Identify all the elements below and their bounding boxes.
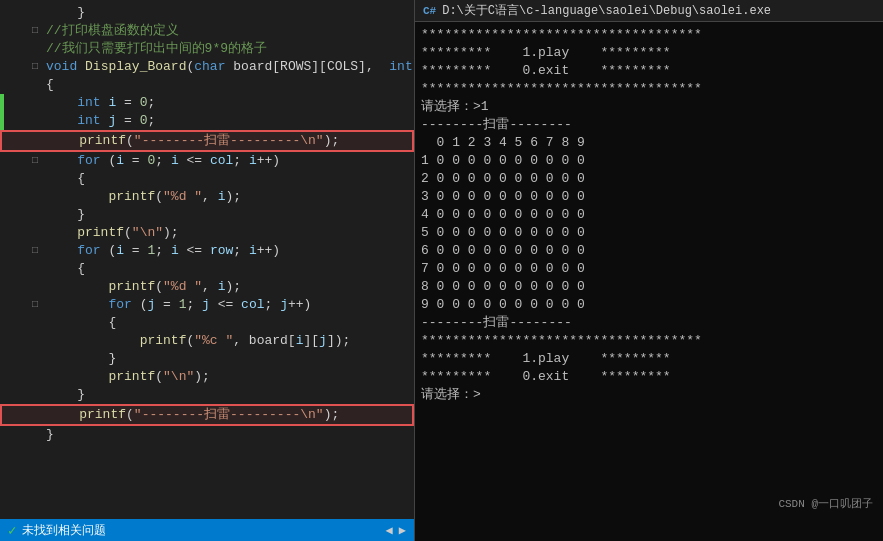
code-line: □ for (i = 1; i <= row; i++) [0, 242, 414, 260]
code-line: int i = 0; [0, 94, 414, 112]
code-line: printf("\n"); [0, 368, 414, 386]
code-line: int j = 0; [0, 112, 414, 130]
scroll-right-icon[interactable]: ▶ [399, 523, 406, 538]
scroll-left-icon[interactable]: ◀ [386, 523, 393, 538]
fold-indicator: □ [28, 242, 42, 260]
line-content: { [42, 170, 414, 188]
code-line: } [0, 426, 414, 444]
line-content: } [42, 350, 414, 368]
line-content: { [42, 260, 414, 278]
console-line: 5 0 0 0 0 0 0 0 0 0 0 [421, 224, 877, 242]
line-content: printf("\n"); [42, 224, 414, 242]
code-line: □ for (i = 0; i <= col; i++) [0, 152, 414, 170]
code-line: { [0, 170, 414, 188]
console-line: --------扫雷-------- [421, 314, 877, 332]
console-line: ************************************ [421, 26, 877, 44]
console-line: 0 1 2 3 4 5 6 7 8 9 [421, 134, 877, 152]
console-line: 1 0 0 0 0 0 0 0 0 0 0 [421, 152, 877, 170]
console-title: D:\关于C语言\c-language\saolei\Debug\saolei.… [442, 2, 771, 19]
console-prompt-2: 请选择：> [421, 386, 877, 404]
line-content: //打印棋盘函数的定义 [42, 22, 414, 40]
console-line: 8 0 0 0 0 0 0 0 0 0 0 [421, 278, 877, 296]
code-line: □ void Display_Board(char board[ROWS][CO… [0, 58, 414, 76]
status-text: 未找到相关问题 [22, 522, 106, 539]
code-line: } [0, 386, 414, 404]
line-content: } [42, 206, 414, 224]
console-line: 2 0 0 0 0 0 0 0 0 0 0 [421, 170, 877, 188]
code-content: } □ //打印棋盘函数的定义 //我们只需要打印出中间的9*9的格子 □ vo… [0, 0, 414, 519]
main-area: } □ //打印棋盘函数的定义 //我们只需要打印出中间的9*9的格子 □ vo… [0, 0, 883, 541]
code-line: } [0, 206, 414, 224]
line-content: int i = 0; [42, 94, 414, 112]
line-content: printf("--------扫雷---------\n"); [44, 406, 412, 424]
console-prompt-1: 请选择：>1 [421, 98, 877, 116]
console-line: 4 0 0 0 0 0 0 0 0 0 0 [421, 206, 877, 224]
line-content: } [42, 426, 414, 444]
line-content: printf("%c ", board[i][j]); [42, 332, 414, 350]
code-line: printf("%d ", i); [0, 188, 414, 206]
green-bar [0, 112, 4, 130]
code-line: { [0, 76, 414, 94]
fold-indicator: □ [28, 22, 42, 40]
code-line: } [0, 4, 414, 22]
console-line: ************************************ [421, 332, 877, 350]
code-line: printf("\n"); [0, 224, 414, 242]
console-line: ********* 0.exit ********* [421, 62, 877, 80]
line-content: for (i = 0; i <= col; i++) [42, 152, 414, 170]
highlighted-printf-bottom: printf("--------扫雷---------\n"); [0, 404, 414, 426]
fold-indicator: □ [28, 296, 42, 314]
watermark: CSDN @一口叽团子 [778, 495, 873, 513]
status-check-icon: ✓ [8, 522, 16, 539]
highlighted-printf-top: printf("--------扫雷---------\n"); [0, 130, 414, 152]
line-content: printf("\n"); [42, 368, 414, 386]
code-line: printf("%d ", i); [0, 278, 414, 296]
code-line: { [0, 314, 414, 332]
line-content: printf("--------扫雷---------\n"); [44, 132, 412, 150]
console-line: ************************************ [421, 80, 877, 98]
line-content: printf("%d ", i); [42, 278, 414, 296]
status-bar: ✓ 未找到相关问题 ◀ ▶ [0, 519, 414, 541]
console-title-bar: C# D:\关于C语言\c-language\saolei\Debug\saol… [415, 0, 883, 22]
green-bar [0, 94, 4, 112]
line-content: int j = 0; [42, 112, 414, 130]
code-line: □ //打印棋盘函数的定义 [0, 22, 414, 40]
line-content: } [42, 386, 414, 404]
code-line: { [0, 260, 414, 278]
line-content: for (j = 1; j <= col; j++) [42, 296, 414, 314]
console-panel: C# D:\关于C语言\c-language\saolei\Debug\saol… [415, 0, 883, 541]
code-line: □ for (j = 1; j <= col; j++) [0, 296, 414, 314]
console-line: 3 0 0 0 0 0 0 0 0 0 0 [421, 188, 877, 206]
console-line: 6 0 0 0 0 0 0 0 0 0 0 [421, 242, 877, 260]
line-content: } [42, 4, 414, 22]
console-line: ********* 0.exit ********* [421, 368, 877, 386]
line-content: { [42, 314, 414, 332]
console-line: 7 0 0 0 0 0 0 0 0 0 0 [421, 260, 877, 278]
console-line: --------扫雷-------- [421, 116, 877, 134]
line-content: { [42, 76, 414, 94]
console-content: ************************************ ***… [415, 22, 883, 541]
console-line: ********* 1.play ********* [421, 44, 877, 62]
console-cs-icon: C# [423, 5, 436, 17]
fold-indicator: □ [28, 152, 42, 170]
line-content: printf("%d ", i); [42, 188, 414, 206]
line-content: for (i = 1; i <= row; i++) [42, 242, 414, 260]
line-content: void Display_Board(char board[ROWS][COLS… [42, 58, 414, 76]
code-line: //我们只需要打印出中间的9*9的格子 [0, 40, 414, 58]
code-panel: } □ //打印棋盘函数的定义 //我们只需要打印出中间的9*9的格子 □ vo… [0, 0, 415, 541]
line-content: //我们只需要打印出中间的9*9的格子 [42, 40, 414, 58]
code-line: } [0, 350, 414, 368]
code-line: printf("%c ", board[i][j]); [0, 332, 414, 350]
fold-indicator: □ [28, 58, 42, 76]
console-line: 9 0 0 0 0 0 0 0 0 0 0 [421, 296, 877, 314]
console-line: ********* 1.play ********* [421, 350, 877, 368]
